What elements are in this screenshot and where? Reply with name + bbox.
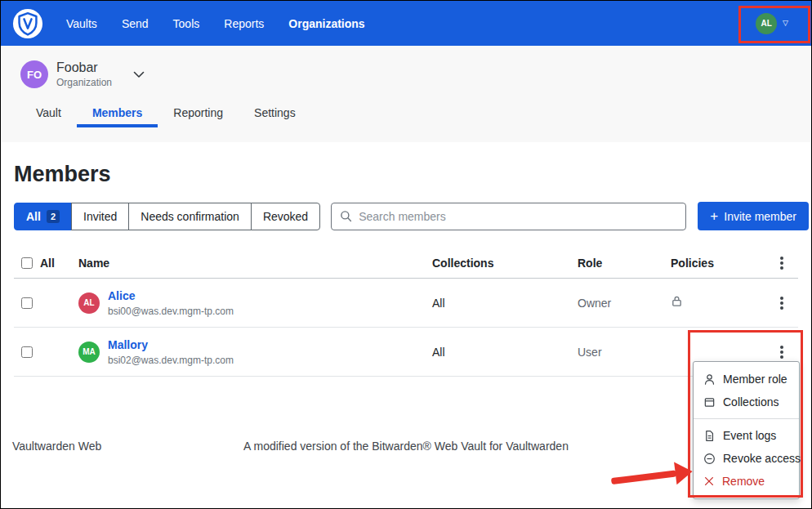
tab-members[interactable]: Members [77, 101, 158, 127]
member-email: bsi00@was.dev.mgm-tp.com [108, 306, 234, 317]
plus-icon: + [710, 209, 718, 223]
person-icon [703, 373, 716, 386]
menu-item-label: Revoke access [723, 452, 801, 465]
tab-reporting[interactable]: Reporting [158, 101, 239, 127]
invite-member-label: Invite member [724, 210, 796, 223]
organization-avatar: FO [20, 60, 48, 88]
annotation-arrow [610, 459, 694, 493]
filter-group: All 2 Invited Needs confirmation Revoked [14, 203, 320, 230]
select-all-checkbox[interactable] [21, 257, 33, 269]
filter-revoked-button[interactable]: Revoked [251, 203, 320, 230]
column-header-policies: Policies [671, 257, 761, 270]
nav-item-send[interactable]: Send [122, 17, 149, 30]
row-checkbox-mallory[interactable] [21, 346, 33, 358]
row-options-button-mallory[interactable] [770, 341, 793, 364]
table-header-row: All Name Collections Role Policies [14, 248, 798, 279]
menu-item-label: Event logs [723, 429, 776, 442]
members-toolbar: All 2 Invited Needs confirmation Revoked… [14, 202, 809, 230]
account-avatar[interactable]: AL [756, 13, 777, 34]
menu-item-remove[interactable]: Remove [694, 470, 799, 493]
menu-item-member-role[interactable]: Member role [694, 368, 799, 391]
member-name-link[interactable]: Alice [108, 289, 135, 302]
member-collections: All [432, 346, 578, 359]
column-header-name: Name [78, 257, 432, 270]
search-members-input[interactable] [359, 210, 685, 223]
app-window: Vaults Send Tools Reports Organizations … [0, 0, 812, 509]
menu-item-label: Collections [723, 395, 779, 409]
member-role: Owner [578, 297, 671, 310]
filter-all-label: All [26, 210, 41, 223]
kebab-icon [780, 261, 783, 265]
kebab-icon [780, 301, 783, 305]
filter-needs-confirmation-button[interactable]: Needs confirmation [128, 203, 252, 230]
select-all-label: All [40, 257, 55, 270]
column-header-role: Role [578, 257, 671, 270]
member-role: User [578, 346, 671, 359]
x-icon [703, 476, 715, 487]
member-email: bsi02@was.dev.mgm-tp.com [108, 355, 234, 366]
org-tabs: Vault Members Reporting Settings [20, 101, 811, 127]
file-icon [703, 430, 716, 442]
lock-icon [671, 295, 683, 307]
row-context-menu: Member role Collections Event logs Revok… [693, 361, 800, 499]
table-row: MA Mallory bsi02@was.dev.mgm-tp.com All … [14, 328, 798, 377]
row-options-button-alice[interactable] [770, 292, 793, 315]
member-avatar: AL [78, 292, 100, 314]
member-collections: All [432, 297, 578, 310]
filter-all-button[interactable]: All 2 [14, 203, 72, 230]
tab-settings[interactable]: Settings [239, 101, 311, 127]
menu-item-label: Member role [723, 373, 787, 386]
top-nav: Vaults Send Tools Reports Organizations … [1, 1, 811, 46]
footer-attribution: A modified version of the Bitwarden® Web… [243, 440, 569, 453]
nav-item-organizations[interactable]: Organizations [288, 17, 364, 30]
menu-item-revoke-access[interactable]: Revoke access [694, 447, 799, 470]
table-options-button[interactable] [770, 252, 793, 275]
page-title: Members [14, 162, 798, 187]
filter-invited-button[interactable]: Invited [71, 203, 129, 230]
collections-icon [703, 396, 716, 409]
member-name-link[interactable]: Mallory [108, 338, 148, 351]
column-header-collections: Collections [432, 257, 578, 270]
chevron-down-icon[interactable] [133, 71, 145, 78]
search-icon [340, 210, 352, 222]
kebab-icon [780, 350, 783, 354]
member-avatar: MA [78, 342, 100, 363]
account-menu-button[interactable]: AL ▽ [756, 13, 788, 34]
filter-all-count-badge: 2 [47, 210, 60, 223]
menu-item-label: Remove [722, 475, 765, 488]
organization-header: FO Foobar Organization Vault Members Rep… [1, 46, 811, 142]
minus-circle-icon [703, 453, 716, 465]
footer: Vaultwarden Web A modified version of th… [1, 440, 811, 456]
main-content: Members All 2 Invited Needs confirmation… [1, 162, 811, 377]
nav-item-tools[interactable]: Tools [173, 17, 200, 30]
footer-app-name: Vaultwarden Web [12, 440, 101, 453]
organization-name: Foobar [56, 60, 112, 75]
primary-nav: Vaults Send Tools Reports Organizations [66, 17, 365, 30]
nav-item-reports[interactable]: Reports [224, 17, 264, 30]
nav-item-vaults[interactable]: Vaults [66, 17, 97, 30]
menu-item-event-logs[interactable]: Event logs [694, 424, 799, 447]
chevron-down-icon: ▽ [783, 20, 788, 27]
table-row: AL Alice bsi00@was.dev.mgm-tp.com All Ow… [14, 279, 798, 328]
tab-vault[interactable]: Vault [20, 101, 77, 127]
invite-member-button[interactable]: + Invite member [698, 202, 809, 230]
vaultwarden-logo-icon[interactable] [12, 8, 43, 39]
menu-divider [694, 418, 799, 419]
menu-item-collections[interactable]: Collections [694, 391, 799, 413]
members-table: All Name Collections Role Policies AL [14, 248, 798, 377]
search-members-box [331, 203, 686, 230]
organization-subtitle: Organization [56, 77, 112, 88]
row-checkbox-alice[interactable] [21, 297, 33, 309]
